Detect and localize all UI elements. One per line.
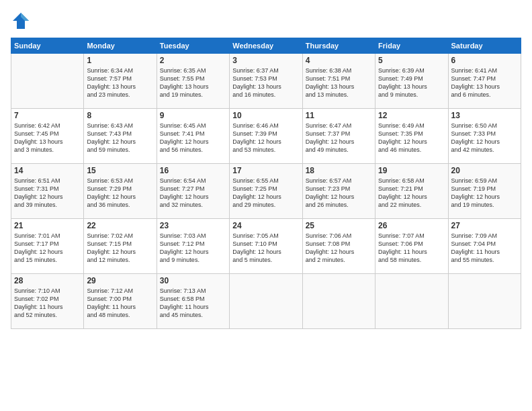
calendar-cell: 27Sunrise: 7:09 AM Sunset: 7:04 PM Dayli… [448, 219, 521, 274]
day-number: 15 [87, 166, 153, 175]
calendar-cell [11, 54, 84, 109]
day-number: 2 [160, 56, 226, 65]
day-info: Sunrise: 6:43 AM Sunset: 7:43 PM Dayligh… [87, 122, 153, 154]
day-info: Sunrise: 7:10 AM Sunset: 7:02 PM Dayligh… [14, 287, 81, 320]
day-number: 24 [232, 221, 299, 230]
calendar-cell: 22Sunrise: 7:02 AM Sunset: 7:15 PM Dayli… [84, 219, 157, 274]
day-info: Sunrise: 7:05 AM Sunset: 7:10 PM Dayligh… [232, 232, 299, 265]
day-info: Sunrise: 6:39 AM Sunset: 7:49 PM Dayligh… [378, 66, 445, 99]
week-row-2: 7Sunrise: 6:42 AM Sunset: 7:45 PM Daylig… [11, 109, 521, 164]
logo-icon [11, 11, 31, 31]
calendar-cell: 15Sunrise: 6:53 AM Sunset: 7:29 PM Dayli… [84, 164, 157, 219]
day-info: Sunrise: 6:34 AM Sunset: 7:57 PM Dayligh… [87, 66, 153, 99]
day-number: 10 [232, 111, 299, 120]
calendar-cell: 23Sunrise: 7:03 AM Sunset: 7:12 PM Dayli… [157, 219, 229, 274]
day-info: Sunrise: 6:49 AM Sunset: 7:35 PM Dayligh… [378, 122, 445, 154]
calendar-cell: 11Sunrise: 6:47 AM Sunset: 7:37 PM Dayli… [302, 109, 375, 164]
weekday-header-tuesday: Tuesday [157, 38, 229, 54]
day-info: Sunrise: 6:42 AM Sunset: 7:45 PM Dayligh… [14, 122, 81, 154]
calendar-cell: 10Sunrise: 6:46 AM Sunset: 7:39 PM Dayli… [230, 109, 302, 164]
day-number: 4 [306, 56, 372, 65]
calendar-cell: 19Sunrise: 6:58 AM Sunset: 7:21 PM Dayli… [375, 164, 448, 219]
day-info: Sunrise: 6:51 AM Sunset: 7:31 PM Dayligh… [14, 177, 81, 210]
day-info: Sunrise: 6:57 AM Sunset: 7:23 PM Dayligh… [306, 177, 372, 210]
day-number: 25 [306, 221, 372, 230]
calendar-cell: 5Sunrise: 6:39 AM Sunset: 7:49 PM Daylig… [375, 54, 448, 109]
header [11, 11, 521, 31]
day-info: Sunrise: 6:55 AM Sunset: 7:25 PM Dayligh… [232, 177, 299, 210]
calendar-cell: 20Sunrise: 6:59 AM Sunset: 7:19 PM Dayli… [448, 164, 521, 219]
calendar-cell: 21Sunrise: 7:01 AM Sunset: 7:17 PM Dayli… [11, 219, 84, 274]
logo [11, 11, 34, 31]
week-row-4: 21Sunrise: 7:01 AM Sunset: 7:17 PM Dayli… [11, 219, 521, 274]
day-info: Sunrise: 6:37 AM Sunset: 7:53 PM Dayligh… [232, 66, 299, 99]
calendar-cell [448, 274, 521, 329]
week-row-1: 1Sunrise: 6:34 AM Sunset: 7:57 PM Daylig… [11, 54, 521, 109]
day-number: 14 [14, 166, 81, 175]
day-info: Sunrise: 6:35 AM Sunset: 7:55 PM Dayligh… [160, 66, 226, 99]
calendar-cell: 3Sunrise: 6:37 AM Sunset: 7:53 PM Daylig… [230, 54, 302, 109]
day-info: Sunrise: 7:06 AM Sunset: 7:08 PM Dayligh… [306, 232, 372, 265]
day-number: 6 [451, 56, 518, 65]
calendar-cell: 29Sunrise: 7:12 AM Sunset: 7:00 PM Dayli… [84, 274, 157, 329]
calendar-cell: 7Sunrise: 6:42 AM Sunset: 7:45 PM Daylig… [11, 109, 84, 164]
day-info: Sunrise: 7:09 AM Sunset: 7:04 PM Dayligh… [451, 232, 518, 265]
calendar-cell: 17Sunrise: 6:55 AM Sunset: 7:25 PM Dayli… [230, 164, 302, 219]
calendar-cell [230, 274, 302, 329]
calendar-cell: 8Sunrise: 6:43 AM Sunset: 7:43 PM Daylig… [84, 109, 157, 164]
calendar: SundayMondayTuesdayWednesdayThursdayFrid… [11, 38, 521, 329]
day-number: 7 [14, 111, 81, 120]
calendar-cell: 9Sunrise: 6:45 AM Sunset: 7:41 PM Daylig… [157, 109, 229, 164]
day-number: 13 [451, 111, 518, 120]
day-info: Sunrise: 7:03 AM Sunset: 7:12 PM Dayligh… [160, 232, 226, 265]
day-info: Sunrise: 6:45 AM Sunset: 7:41 PM Dayligh… [160, 122, 226, 154]
page: SundayMondayTuesdayWednesdayThursdayFrid… [0, 0, 532, 411]
day-number: 22 [87, 221, 153, 230]
calendar-cell: 24Sunrise: 7:05 AM Sunset: 7:10 PM Dayli… [230, 219, 302, 274]
day-info: Sunrise: 7:01 AM Sunset: 7:17 PM Dayligh… [14, 232, 81, 265]
day-number: 29 [87, 276, 153, 285]
day-number: 26 [378, 221, 445, 230]
weekday-header-monday: Monday [84, 38, 157, 54]
day-info: Sunrise: 6:59 AM Sunset: 7:19 PM Dayligh… [451, 177, 518, 210]
day-number: 9 [160, 111, 226, 120]
day-info: Sunrise: 7:02 AM Sunset: 7:15 PM Dayligh… [87, 232, 153, 265]
day-number: 1 [87, 56, 153, 65]
week-row-5: 28Sunrise: 7:10 AM Sunset: 7:02 PM Dayli… [11, 274, 521, 329]
day-info: Sunrise: 7:07 AM Sunset: 7:06 PM Dayligh… [378, 232, 445, 265]
calendar-cell: 28Sunrise: 7:10 AM Sunset: 7:02 PM Dayli… [11, 274, 84, 329]
day-number: 16 [160, 166, 226, 175]
day-info: Sunrise: 6:50 AM Sunset: 7:33 PM Dayligh… [451, 122, 518, 154]
calendar-cell [375, 274, 448, 329]
calendar-cell: 13Sunrise: 6:50 AM Sunset: 7:33 PM Dayli… [448, 109, 521, 164]
calendar-cell: 26Sunrise: 7:07 AM Sunset: 7:06 PM Dayli… [375, 219, 448, 274]
day-info: Sunrise: 6:47 AM Sunset: 7:37 PM Dayligh… [306, 122, 372, 154]
weekday-header-row: SundayMondayTuesdayWednesdayThursdayFrid… [11, 38, 521, 54]
calendar-cell: 12Sunrise: 6:49 AM Sunset: 7:35 PM Dayli… [375, 109, 448, 164]
calendar-cell: 16Sunrise: 6:54 AM Sunset: 7:27 PM Dayli… [157, 164, 229, 219]
day-number: 5 [378, 56, 445, 65]
calendar-cell: 18Sunrise: 6:57 AM Sunset: 7:23 PM Dayli… [302, 164, 375, 219]
calendar-cell: 6Sunrise: 6:41 AM Sunset: 7:47 PM Daylig… [448, 54, 521, 109]
day-number: 11 [306, 111, 372, 120]
weekday-header-saturday: Saturday [448, 38, 521, 54]
calendar-cell: 30Sunrise: 7:13 AM Sunset: 6:58 PM Dayli… [157, 274, 229, 329]
day-info: Sunrise: 6:54 AM Sunset: 7:27 PM Dayligh… [160, 177, 226, 210]
calendar-cell: 2Sunrise: 6:35 AM Sunset: 7:55 PM Daylig… [157, 54, 229, 109]
day-info: Sunrise: 6:53 AM Sunset: 7:29 PM Dayligh… [87, 177, 153, 210]
day-number: 20 [451, 166, 518, 175]
weekday-header-friday: Friday [375, 38, 448, 54]
calendar-cell: 4Sunrise: 6:38 AM Sunset: 7:51 PM Daylig… [302, 54, 375, 109]
day-number: 27 [451, 221, 518, 230]
day-info: Sunrise: 7:13 AM Sunset: 6:58 PM Dayligh… [160, 287, 226, 320]
day-number: 12 [378, 111, 445, 120]
day-info: Sunrise: 6:38 AM Sunset: 7:51 PM Dayligh… [306, 66, 372, 99]
day-info: Sunrise: 6:41 AM Sunset: 7:47 PM Dayligh… [451, 66, 518, 99]
day-number: 18 [306, 166, 372, 175]
day-number: 8 [87, 111, 153, 120]
day-number: 19 [378, 166, 445, 175]
day-number: 21 [14, 221, 81, 230]
weekday-header-sunday: Sunday [11, 38, 84, 54]
day-info: Sunrise: 6:46 AM Sunset: 7:39 PM Dayligh… [232, 122, 299, 154]
calendar-cell: 14Sunrise: 6:51 AM Sunset: 7:31 PM Dayli… [11, 164, 84, 219]
